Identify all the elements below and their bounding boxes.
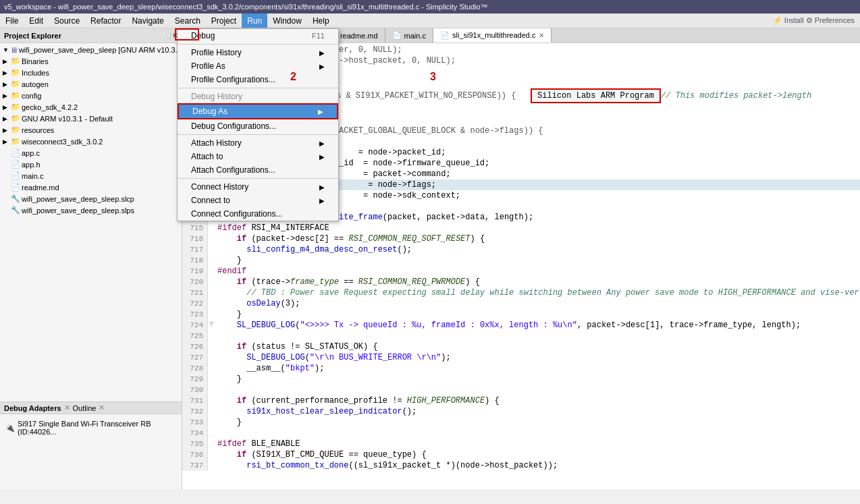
- line-735: 735 #ifdef BLE_ENABLE: [182, 439, 860, 449]
- attach-configs-label: Attach Configurations...: [191, 165, 275, 175]
- line-730: 730: [182, 385, 860, 395]
- device-row[interactable]: 🔌 Si917 Single Band Wi-Fi Transceiver RB…: [4, 417, 178, 439]
- line-725: 725: [182, 331, 860, 341]
- line-724: 724 ? SL_DEBUG_LOG("<>>>> Tx -> queueId …: [182, 320, 860, 331]
- menu-debug-shortcut: F11: [312, 32, 325, 40]
- menu-attach-configs[interactable]: Attach Configurations...: [178, 163, 338, 177]
- menu-search[interactable]: Search: [169, 13, 206, 28]
- silicon-labs-arm-badge[interactable]: Silicon Labs ARM Program: [531, 88, 661, 103]
- menu-debug-label: Debug: [191, 31, 215, 40]
- menu-connect-history[interactable]: Connect History ▶: [178, 180, 338, 194]
- tree-icon-folder: 📁: [11, 57, 20, 65]
- tree-arrow: ▶: [3, 81, 9, 88]
- tree-item-app-c[interactable]: 📄 app.c: [0, 147, 182, 159]
- tree-item-binaries[interactable]: ▶ 📁 Binaries: [0, 55, 182, 67]
- menu-edit[interactable]: Edit: [24, 13, 49, 28]
- line-727: 727 SL_DEBUG_LOG("\r\n BUS_WRITE_ERROR \…: [182, 352, 860, 363]
- tree-icon-file: 🔧: [11, 194, 20, 203]
- tab-main-icon: 📄: [392, 31, 402, 40]
- debug-configs-label: Debug Configurations...: [191, 121, 276, 131]
- tree-icon-folder: 📁: [11, 114, 20, 123]
- tab-mt-close[interactable]: ✕: [539, 32, 544, 39]
- menu-debug-configs[interactable]: Debug Configurations...: [178, 119, 338, 133]
- tree-item-wiseconnect[interactable]: ▶ 📁 wiseconnect3_sdk_3.0.2: [0, 136, 182, 147]
- tree-icon-folder: 📁: [11, 103, 20, 111]
- tree-item-readme[interactable]: 📄 readme.md: [0, 181, 182, 193]
- tree-label-binaries: Binaries: [22, 57, 49, 65]
- menu-help[interactable]: Help: [307, 13, 335, 28]
- menu-connect-configs[interactable]: Connect Configurations...: [178, 207, 338, 221]
- menu-profile-configs[interactable]: Profile Configurations...: [178, 73, 338, 86]
- menu-debug-as[interactable]: Debug As ▶: [178, 103, 338, 119]
- menu-file[interactable]: File: [0, 13, 24, 28]
- install-preferences[interactable]: ⚡ Install ⚙ Preferences: [768, 16, 860, 25]
- connect-configs-label: Connect Configurations...: [191, 209, 282, 219]
- menu-project[interactable]: Project: [206, 13, 242, 28]
- left-panel: Project Explorer ⬜ ✕ ▼ 🖥 wifi_power_save…: [0, 28, 182, 489]
- menu-debug-history[interactable]: Debug History: [178, 90, 338, 103]
- tree-item-resources[interactable]: ▶ 📁 resources: [0, 124, 182, 136]
- tree-icon-folder: 📁: [11, 125, 20, 134]
- menu-navigate[interactable]: Navigate: [126, 13, 169, 28]
- tree-item-config[interactable]: ▶ 📁 config: [0, 90, 182, 101]
- debug-adapters-tab[interactable]: Debug Adapters: [4, 404, 61, 412]
- menu-attach-history[interactable]: Attach History ▶: [178, 136, 338, 150]
- da-separator: ✕: [64, 403, 70, 412]
- outline-tab[interactable]: Outline: [73, 404, 97, 412]
- menu-attach-to[interactable]: Attach to ▶: [178, 150, 338, 163]
- connect-to-arrow: ▶: [319, 197, 325, 204]
- menu-profile-as[interactable]: Profile As ▶: [178, 59, 338, 73]
- tree-item-app-h[interactable]: 📄 app.h: [0, 159, 182, 170]
- menu-run[interactable]: Run: [242, 13, 267, 28]
- tree-label-gecko: gecko_sdk_4.2.2: [22, 103, 78, 111]
- line-721: 721 // TBD : Power save Request expectin…: [182, 287, 860, 298]
- tree-item-slcp[interactable]: 🔧 wifi_power_save_deep_sleep.slcp: [0, 193, 182, 204]
- line-737: 737 rsi_bt_common_tx_done((sl_si91x_pack…: [182, 460, 860, 471]
- tree-label-app-c: app.c: [22, 149, 40, 157]
- debug-adapters-header: Debug Adapters ✕ Outline ✕: [0, 402, 182, 414]
- tree-item-gecko[interactable]: ▶ 📁 gecko_sdk_4.2.2: [0, 101, 182, 113]
- tab-multithreaded[interactable]: 📄 sli_si91x_multithreaded.c ✕: [433, 28, 552, 43]
- main-layout: Project Explorer ⬜ ✕ ▼ 🖥 wifi_power_save…: [0, 28, 860, 489]
- tree-label-main-c: main.c: [22, 172, 43, 180]
- line-722: 722 osDelay(3);: [182, 298, 860, 309]
- pe-icon-minimize[interactable]: ⬜: [163, 32, 171, 39]
- tree-label-slcp: wifi_power_save_deep_sleep.slcp: [22, 195, 134, 203]
- menu-refactor[interactable]: Refactor: [85, 13, 126, 28]
- tree-item-autogen[interactable]: ▶ 📁 autogen: [0, 78, 182, 90]
- tab-main-c[interactable]: 📄 main.c: [385, 28, 433, 43]
- tab-main-label: main.c: [404, 32, 426, 40]
- menu-sep2: [178, 88, 338, 88]
- menu-debug[interactable]: Debug F11: [178, 29, 338, 43]
- tree-item-main-c[interactable]: 📄 main.c: [0, 170, 182, 181]
- attach-history-label: Attach History: [191, 138, 242, 148]
- debug-history-label: Debug History: [191, 92, 242, 101]
- menu-window[interactable]: Window: [267, 13, 307, 28]
- menu-sep4: [178, 178, 338, 179]
- profile-configs-label: Profile Configurations...: [191, 75, 275, 84]
- tree-item-includes[interactable]: ▶ 📁 Includes: [0, 67, 182, 78]
- tree-item-workspace[interactable]: ▼ 🖥 wifi_power_save_deep_sleep [GNU ARM …: [0, 45, 182, 55]
- attach-to-label: Attach to: [191, 152, 223, 161]
- project-explorer-title: Project Explorer: [4, 32, 61, 40]
- menu-connect-to[interactable]: Connect to ▶: [178, 194, 338, 207]
- tree-icon-folder: 📁: [11, 137, 20, 146]
- line-717: 717 sli_config_m4_dma_desc_on_reset();: [182, 244, 860, 255]
- tree-item-slps[interactable]: 🔧 wifi_power_save_deep_sleep.slps: [0, 204, 182, 216]
- tree-arrow: ▶: [3, 104, 9, 111]
- tree-icon-file: 📄: [11, 183, 20, 192]
- line-736: 736 if (SI91X_BT_CMD_QUEUE == queue_type…: [182, 449, 860, 460]
- debug-as-label: Debug As: [192, 107, 227, 116]
- menu-source[interactable]: Source: [49, 13, 85, 28]
- line-718: 718 }: [182, 255, 860, 266]
- line-729: 729 }: [182, 374, 860, 385]
- line-732: 732 si91x_host_clear_sleep_indicator();: [182, 406, 860, 417]
- tree-label-gnu-arm: GNU ARM v10.3.1 - Default: [22, 115, 113, 123]
- profile-as-label: Profile As: [191, 61, 225, 71]
- da-close[interactable]: ✕: [99, 403, 105, 412]
- tree-item-gnu-arm[interactable]: ▶ 📁 GNU ARM v10.3.1 - Default: [0, 113, 182, 124]
- tree-label-project: wifi_power_save_deep_sleep [GNU ARM v10.…: [19, 46, 182, 54]
- menu-profile-history[interactable]: Profile History ▶: [178, 46, 338, 59]
- connect-history-label: Connect History: [191, 182, 248, 192]
- run-menu: Debug F11 Profile History ▶ Profile As ▶…: [177, 28, 339, 221]
